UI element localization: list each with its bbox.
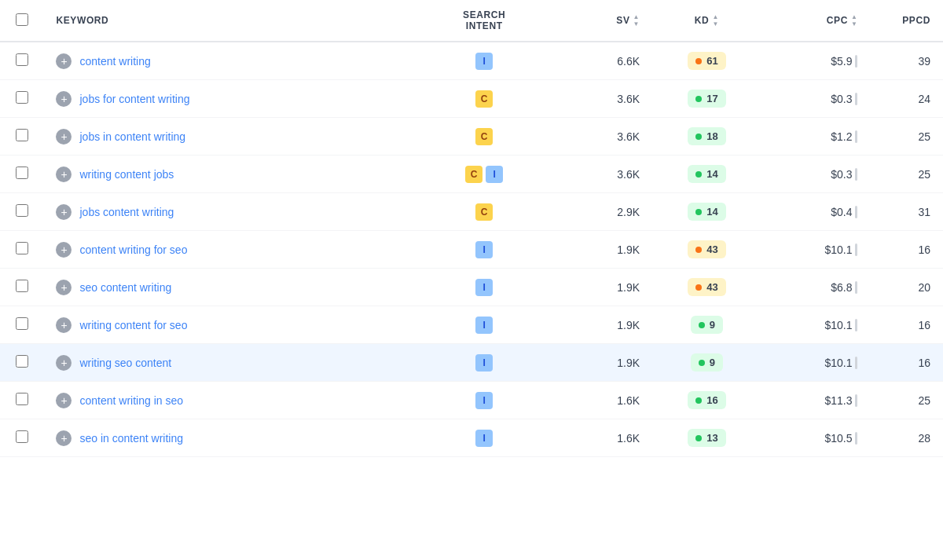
col-header-cpc[interactable]: CPC ▲▼	[761, 0, 871, 42]
row-checkbox-cell[interactable]	[0, 344, 43, 382]
cpc-value: $10.1	[824, 319, 852, 331]
sv-cell: 6.6K	[543, 42, 652, 80]
col-header-keyword: KEYWORD	[43, 0, 425, 42]
row-checkbox-cell[interactable]	[0, 306, 43, 344]
add-keyword-button[interactable]: +	[56, 167, 72, 182]
cpc-bar	[855, 168, 857, 181]
kd-dot	[695, 284, 702, 291]
row-checkbox-cell[interactable]	[0, 382, 43, 419]
row-checkbox-cell[interactable]	[0, 419, 43, 457]
col-header-kd[interactable]: KD ▲▼	[652, 0, 761, 42]
table-row: +seo content writingI1.9K43$6.820	[0, 269, 943, 306]
cpc-bar	[855, 281, 857, 294]
row-checkbox[interactable]	[16, 167, 28, 179]
row-checkbox[interactable]	[16, 280, 28, 292]
row-checkbox-cell[interactable]	[0, 193, 43, 231]
row-checkbox[interactable]	[16, 355, 28, 368]
cpc-bar	[855, 206, 857, 218]
kd-cell: 61	[652, 42, 761, 80]
kd-cell: 43	[652, 231, 761, 269]
keyword-link[interactable]: content writing for seo	[79, 243, 187, 256]
row-checkbox-cell[interactable]	[0, 231, 43, 269]
row-checkbox-cell[interactable]	[0, 42, 43, 80]
kd-badge: 14	[688, 203, 725, 221]
cpc-sort-control[interactable]: CPC ▲▼	[827, 13, 858, 27]
row-checkbox-cell[interactable]	[0, 80, 43, 118]
sv-cell: 3.6K	[543, 156, 652, 193]
add-keyword-button[interactable]: +	[56, 430, 72, 446]
keyword-link[interactable]: seo content writing	[79, 281, 171, 294]
col-kd-label: KD	[695, 15, 710, 26]
kd-cell: 43	[652, 269, 761, 306]
kd-badge: 61	[688, 52, 725, 70]
row-checkbox[interactable]	[16, 393, 28, 405]
add-keyword-button[interactable]: +	[56, 355, 72, 371]
keyword-link[interactable]: content writing	[79, 55, 150, 68]
select-all-checkbox[interactable]	[16, 13, 28, 26]
intent-badge-i: I	[475, 279, 493, 296]
cpc-bar	[855, 394, 857, 407]
ppcd-cell: 16	[870, 344, 943, 382]
intent-cell: I	[425, 306, 543, 344]
keyword-link[interactable]: jobs content writing	[79, 206, 174, 218]
intent-cell: I	[425, 344, 543, 382]
add-keyword-button[interactable]: +	[56, 393, 72, 408]
keyword-link[interactable]: writing seo content	[79, 357, 171, 369]
kd-cell: 18	[652, 118, 761, 156]
kd-badge: 17	[688, 90, 725, 108]
kd-sort-arrows: ▲▼	[712, 13, 719, 27]
col-header-sv[interactable]: SV ▲▼	[543, 0, 652, 42]
row-checkbox[interactable]	[16, 53, 28, 66]
keyword-cell: +writing seo content	[43, 344, 425, 382]
row-checkbox[interactable]	[16, 317, 28, 330]
keyword-link[interactable]: jobs in content writing	[79, 130, 185, 143]
keyword-table-container: KEYWORD SEARCHINTENT SV ▲▼ KD ▲▼	[0, 0, 943, 457]
add-keyword-button[interactable]: +	[56, 242, 72, 258]
sv-sort-control[interactable]: SV ▲▼	[616, 13, 640, 27]
table-row: +content writing for seoI1.9K43$10.116	[0, 231, 943, 269]
ppcd-cell: 25	[870, 382, 943, 419]
keyword-link[interactable]: content writing in seo	[79, 394, 183, 407]
row-checkbox-cell[interactable]	[0, 118, 43, 156]
cpc-value: $10.1	[824, 243, 852, 256]
cpc-cell: $10.5	[761, 419, 871, 457]
intent-badge-i: I	[475, 354, 493, 372]
keyword-cell: +content writing in seo	[43, 382, 425, 419]
kd-dot	[695, 58, 702, 64]
keyword-link[interactable]: jobs for content writing	[79, 93, 189, 105]
intent-cell: CI	[425, 156, 543, 193]
row-checkbox[interactable]	[16, 129, 28, 141]
intent-badge-i: I	[486, 166, 503, 183]
sv-cell: 3.6K	[543, 80, 652, 118]
row-checkbox[interactable]	[16, 242, 28, 254]
keyword-link[interactable]: writing content jobs	[79, 168, 174, 181]
cpc-value: $0.3	[831, 168, 852, 181]
kd-sort-control[interactable]: KD ▲▼	[695, 13, 719, 27]
keyword-link[interactable]: writing content for seo	[79, 319, 187, 331]
row-checkbox[interactable]	[16, 91, 28, 104]
row-checkbox-cell[interactable]	[0, 269, 43, 306]
row-checkbox[interactable]	[16, 430, 28, 443]
add-keyword-button[interactable]: +	[56, 204, 72, 220]
row-checkbox[interactable]	[16, 204, 28, 217]
kd-dot	[695, 134, 702, 140]
intent-badge-i: I	[475, 430, 493, 447]
table-header-row: KEYWORD SEARCHINTENT SV ▲▼ KD ▲▼	[0, 0, 943, 42]
add-keyword-button[interactable]: +	[56, 129, 72, 145]
add-keyword-button[interactable]: +	[56, 280, 72, 295]
add-keyword-button[interactable]: +	[56, 91, 72, 107]
cpc-value: $0.3	[831, 93, 852, 105]
sv-cell: 1.9K	[543, 306, 652, 344]
add-keyword-button[interactable]: +	[56, 317, 72, 333]
ppcd-cell: 20	[870, 269, 943, 306]
cpc-bar	[855, 319, 857, 331]
add-keyword-button[interactable]: +	[56, 53, 72, 69]
cpc-bar	[855, 130, 857, 143]
ppcd-cell: 28	[870, 419, 943, 457]
intent-cell: I	[425, 231, 543, 269]
keyword-link[interactable]: seo in content writing	[79, 432, 183, 445]
select-all-header[interactable]	[0, 0, 43, 42]
cpc-cell: $0.4	[761, 193, 871, 231]
cpc-bar	[855, 243, 857, 256]
row-checkbox-cell[interactable]	[0, 156, 43, 193]
